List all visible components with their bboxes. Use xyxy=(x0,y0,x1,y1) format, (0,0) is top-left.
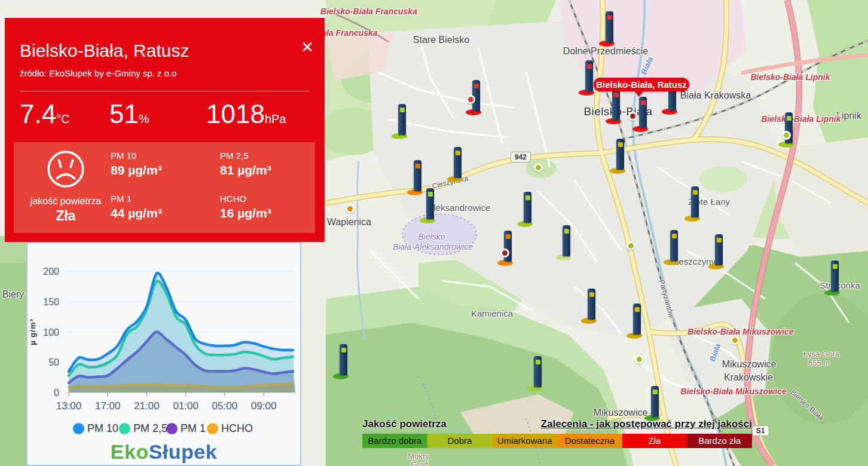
status-square xyxy=(717,238,722,243)
station-marker[interactable] xyxy=(823,257,847,296)
station-marker[interactable] xyxy=(643,382,667,422)
station-marker[interactable] xyxy=(662,226,686,266)
close-icon[interactable]: ✕ xyxy=(301,39,314,55)
chart-legend-item[interactable]: HCHO xyxy=(207,422,253,435)
status-square xyxy=(693,190,698,195)
status-square xyxy=(833,264,838,269)
pollutant-name: PM 1 xyxy=(111,194,220,204)
pillar-icon xyxy=(563,225,570,256)
svg-text:17:00: 17:00 xyxy=(95,400,121,412)
station-marker[interactable] xyxy=(526,352,550,392)
quality-scale-bar: Bardzo dobraDobraUmiarkowanaDostatecznaZ… xyxy=(362,434,752,448)
pollutant-value: 16 µg/m³ xyxy=(220,206,316,220)
legend-label: PM 1 xyxy=(181,422,206,435)
road-shield: S1 xyxy=(752,425,769,436)
map-label: Bielsko xyxy=(418,232,445,241)
map-label: Biała Krakowska xyxy=(680,90,751,101)
pollutant-name: PM 2,5 xyxy=(220,151,316,161)
panel-source: źródło: EkoSłupek by e-Gminy sp. z o.o xyxy=(20,68,177,78)
divider xyxy=(20,91,310,91)
status-square xyxy=(506,234,511,239)
station-marker[interactable] xyxy=(418,185,442,224)
map-label: iała Francuska xyxy=(319,28,377,38)
status-square xyxy=(474,84,479,88)
map-label: Bielsko-Biała Francuska xyxy=(320,7,417,16)
ekoslupek-logo: EkoSłupek xyxy=(27,440,300,464)
chart-card: 05010015020013:0017:0021:0001:0005:0009:… xyxy=(26,242,301,466)
quality-scale-segment: Umiarkowana xyxy=(492,434,557,448)
station-marker[interactable] xyxy=(683,183,707,222)
pollutant-value: 44 µg/m³ xyxy=(111,206,220,220)
sensor-circle-marker[interactable] xyxy=(782,131,791,140)
pillar-icon xyxy=(651,386,659,417)
sensor-circle-marker[interactable] xyxy=(534,163,543,172)
station-marker[interactable] xyxy=(609,135,632,174)
station-info-panel: Bielsko-Biała, Ratusz ✕ źródło: EkoSłupe… xyxy=(5,18,325,242)
pollution-chart: 05010015020013:0017:0021:0001:0005:0009:… xyxy=(27,243,300,420)
chart-legend-item[interactable]: PM 10 xyxy=(73,422,118,435)
status-square xyxy=(672,234,677,238)
station-marker[interactable] xyxy=(332,341,356,380)
pillar-icon xyxy=(670,230,678,261)
station-marker[interactable] xyxy=(496,227,520,266)
status-square xyxy=(787,116,791,121)
status-square xyxy=(536,360,540,364)
legend-dot xyxy=(119,423,130,434)
recommendations-link[interactable]: Zalecenia - jak postępować przy złej jak… xyxy=(541,418,752,430)
svg-text:21:00: 21:00 xyxy=(134,400,160,412)
air-quality-box: jakość powietrza Zła PM 1089 µg/m³PM 2,5… xyxy=(14,142,315,233)
pillar-icon xyxy=(585,60,593,91)
station-marker[interactable] xyxy=(580,285,604,324)
status-square xyxy=(400,108,405,112)
station-marker[interactable] xyxy=(516,188,540,228)
map-label: Łysa Góra xyxy=(803,350,839,358)
status-square xyxy=(614,93,619,97)
map-label: Mikuszowice xyxy=(594,407,648,418)
station-marker[interactable] xyxy=(446,143,470,183)
pillar-icon xyxy=(715,234,723,265)
map-label: Biała-Aleksandrowice xyxy=(393,242,473,252)
status-square xyxy=(641,100,646,105)
svg-text:01:00: 01:00 xyxy=(173,400,198,412)
map-label: Bielsko-Biała Lipnik xyxy=(761,114,841,124)
svg-text:150: 150 xyxy=(43,297,59,307)
station-marker[interactable] xyxy=(707,231,731,270)
map-label: Stare Bielsko xyxy=(413,35,469,45)
pollutant-name: HCHO xyxy=(220,194,316,204)
legend-label: PM 10 xyxy=(87,422,118,435)
sensor-circle-marker[interactable] xyxy=(628,112,637,121)
sensor-circle-marker[interactable] xyxy=(466,95,475,104)
svg-text:50: 50 xyxy=(48,357,59,367)
pillar-icon xyxy=(612,89,620,120)
pillar-icon xyxy=(398,104,406,135)
status-square xyxy=(564,229,569,234)
sensor-circle-marker[interactable] xyxy=(635,355,644,364)
status-square xyxy=(589,292,594,297)
sensor-circle-marker[interactable] xyxy=(346,204,354,213)
svg-text:05:00: 05:00 xyxy=(212,400,238,412)
station-marker[interactable] xyxy=(555,222,579,261)
station-marker[interactable] xyxy=(390,100,414,140)
metric-value: 1018hPa xyxy=(206,100,286,133)
sensor-circle-marker[interactable] xyxy=(626,241,635,250)
sensor-circle-marker[interactable] xyxy=(731,336,739,345)
svg-text:0: 0 xyxy=(54,388,59,398)
status-square xyxy=(415,164,420,168)
station-marker[interactable] xyxy=(777,109,801,148)
map-label: Bielsko-Biała Lipnik xyxy=(750,72,830,82)
map-label: Bielsko-Biała Mikuszowice xyxy=(680,387,786,396)
chart-legend-item[interactable]: PM 2,5 xyxy=(119,422,167,435)
map-label: Groń xyxy=(411,460,429,466)
station-marker[interactable] xyxy=(598,8,622,47)
quality-scale-segment: Bardzo zła xyxy=(687,434,752,448)
pillar-icon xyxy=(340,344,347,375)
sensor-circle-marker[interactable] xyxy=(500,249,509,257)
air-quality-face: jakość powietrza Zła xyxy=(21,147,111,224)
metric-unit: hPa xyxy=(265,112,286,125)
app-screen: Bielsko-Biała Francuskaiała FrancuskaSta… xyxy=(0,0,868,466)
road-shield: 942 xyxy=(511,152,531,163)
svg-text:13:00: 13:00 xyxy=(56,400,82,412)
map-label: Mokry xyxy=(408,452,429,461)
chart-legend-item[interactable]: PM 1 xyxy=(166,422,206,435)
station-marker[interactable] xyxy=(625,300,649,339)
